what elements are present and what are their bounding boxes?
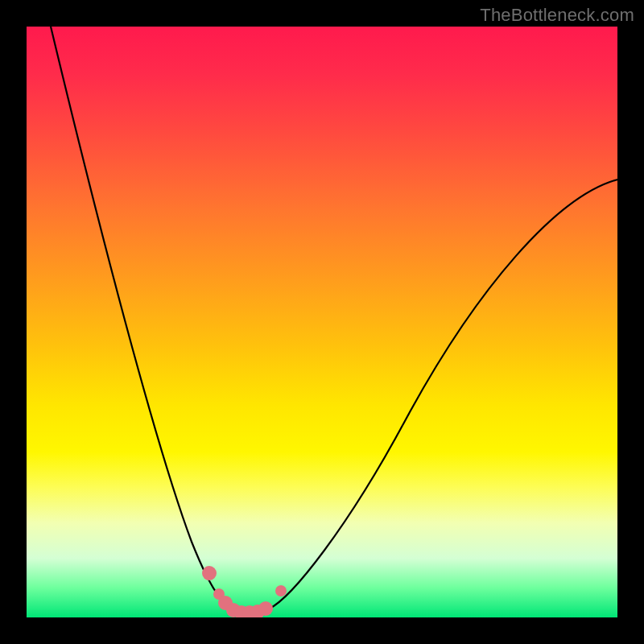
marker-dot [258,601,273,616]
plot-area [27,27,617,617]
marker-dot [275,585,287,597]
marker-dot [202,566,217,580]
bottleneck-curve [51,27,617,613]
curve-layer [27,27,617,617]
chart-frame: TheBottleneck.com [0,0,644,644]
marker-group [202,566,287,617]
watermark-text: TheBottleneck.com [480,5,634,26]
